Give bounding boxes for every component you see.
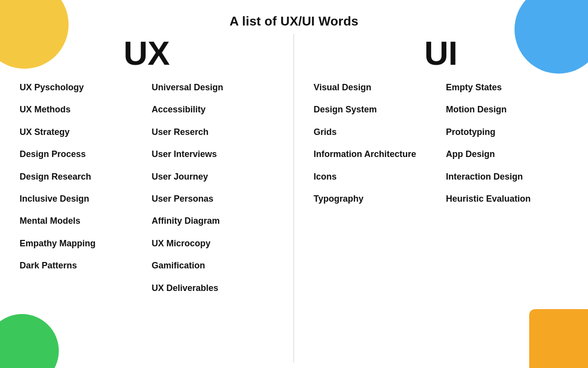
ui-col-1: Visual DesignDesign SystemGridsInformati… [309,82,441,215]
list-item: Empty States [446,82,568,93]
list-item: Prototyping [446,127,568,138]
list-item: Heuristic Evaluation [446,193,568,205]
ui-columns: Visual DesignDesign SystemGridsInformati… [309,82,573,215]
list-item: User Interviews [152,149,274,160]
list-item: App Design [446,149,568,160]
list-item: UX Deliverables [152,283,274,294]
list-item: User Journey [152,171,274,183]
page-title: A list of UX/UI Words [0,0,588,29]
list-item: Affinity Diagram [152,215,274,227]
list-item: Empathy Mapping [20,238,142,249]
list-item: Visual Design [314,82,436,93]
list-item: User Reserch [152,127,274,138]
decoration-orange-square [529,309,588,368]
list-item: User Personas [152,193,274,205]
list-item: Typography [314,193,436,205]
ux-col-1: UX PyschologyUX MethodsUX StrategyDesign… [15,82,147,305]
list-item: Information Architecture [314,149,436,160]
list-item: Icons [314,171,436,183]
list-item: Design Process [20,149,142,160]
list-item: Motion Design [446,104,568,115]
list-item: Universal Design [152,82,274,93]
list-item: Inclusive Design [20,193,142,205]
list-item: UX Strategy [20,127,142,138]
list-item: Gamification [152,260,274,271]
list-item: Accessibility [152,104,274,115]
list-item: Design System [314,104,436,115]
ux-columns: UX PyschologyUX MethodsUX StrategyDesign… [15,82,279,305]
list-item: Dark Patterns [20,260,142,271]
list-item: Mental Models [20,215,142,227]
ux-col-2: Universal DesignAccessibilityUser Reserc… [147,82,279,305]
list-item: UX Microcopy [152,238,274,249]
list-item: Interaction Design [446,171,568,183]
main-content: UX UX PyschologyUX MethodsUX StrategyDes… [0,34,588,363]
list-item: UX Methods [20,104,142,115]
list-item: UX Pyschology [20,82,142,93]
list-item: Grids [314,127,436,138]
ux-section: UX UX PyschologyUX MethodsUX StrategyDes… [0,34,294,363]
ui-col-2: Empty StatesMotion DesignPrototypingApp … [441,82,573,215]
list-item: Design Research [20,171,142,183]
